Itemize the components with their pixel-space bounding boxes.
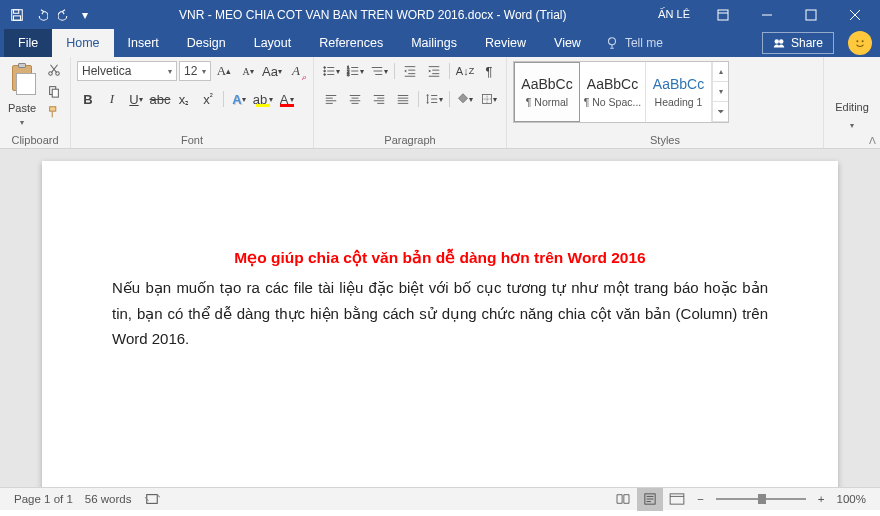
sort-button[interactable]: A↓Z <box>454 61 476 81</box>
group-label-styles: Styles <box>513 132 817 148</box>
group-label-font: Font <box>77 132 307 148</box>
undo-button[interactable] <box>32 4 50 26</box>
maximize-button[interactable] <box>790 0 832 29</box>
ribbon-display-button[interactable] <box>702 0 744 29</box>
group-label-clipboard: Clipboard <box>6 132 64 148</box>
group-clipboard: Paste ▾ Clipboard <box>0 57 71 148</box>
align-center-button[interactable] <box>344 89 366 109</box>
bullets-button[interactable]: ▾ <box>320 61 342 81</box>
subscript-button[interactable]: x₂ <box>173 89 195 109</box>
style-heading-1[interactable]: AaBbCc Heading 1 <box>646 62 712 122</box>
feedback-icon[interactable] <box>848 31 872 55</box>
page[interactable]: Mẹo giúp chia cột văn bản dễ dàng hơn tr… <box>42 161 838 487</box>
tab-file[interactable]: File <box>4 29 52 57</box>
tell-me[interactable]: Tell me <box>595 29 673 57</box>
style-normal[interactable]: AaBbCc ¶ Normal <box>514 62 580 122</box>
copy-button[interactable] <box>44 82 64 100</box>
svg-rect-2 <box>14 15 21 19</box>
status-bar: Page 1 of 1 56 words − + 100% <box>0 487 880 510</box>
svg-rect-1 <box>14 9 19 13</box>
doc-body[interactable]: Nếu bạn muốn tạo ra các file tài liệu đặ… <box>112 275 768 352</box>
multilevel-button[interactable]: ▾ <box>368 61 390 81</box>
justify-button[interactable] <box>392 89 414 109</box>
underline-button[interactable]: U▾ <box>125 89 147 109</box>
print-layout-button[interactable] <box>637 488 663 511</box>
zoom-in-button[interactable]: + <box>812 488 831 511</box>
group-paragraph: ▾ 123▾ ▾ A↓Z ¶ ▾ ▾ ▾ Par <box>314 57 507 148</box>
grow-font-button[interactable]: A▴ <box>213 61 235 81</box>
share-label: Share <box>791 36 823 50</box>
ribbon: Paste ▾ Clipboard Helvetica▾ 12▾ A▴ A▾ A… <box>0 57 880 149</box>
editing-button[interactable]: Editing ▾ <box>830 64 874 130</box>
svg-point-15 <box>324 67 326 69</box>
group-label-paragraph: Paragraph <box>320 132 500 148</box>
svg-point-16 <box>324 70 326 72</box>
styles-gallery: AaBbCc ¶ Normal AaBbCc ¶ No Spac... AaBb… <box>513 61 729 123</box>
redo-button[interactable] <box>56 4 74 26</box>
read-mode-button[interactable] <box>609 488 637 511</box>
paste-button[interactable]: Paste ▾ <box>6 61 38 127</box>
highlight-button[interactable]: ab▾ <box>252 89 274 109</box>
word-count[interactable]: 56 words <box>79 488 138 511</box>
proofing-button[interactable] <box>138 488 166 511</box>
web-layout-button[interactable] <box>663 488 691 511</box>
font-color-button[interactable]: A▾ <box>276 89 298 109</box>
clear-formatting-button[interactable]: Aᵨ <box>285 61 307 81</box>
align-right-button[interactable] <box>368 89 390 109</box>
group-font: Helvetica▾ 12▾ A▴ A▾ Aa▾ Aᵨ B I U▾ abc x… <box>71 57 314 148</box>
page-number[interactable]: Page 1 of 1 <box>8 488 79 511</box>
svg-point-6 <box>774 39 779 44</box>
tab-references[interactable]: References <box>305 29 397 57</box>
user-name[interactable]: ẤN LÊ <box>656 8 692 21</box>
svg-point-7 <box>779 39 784 44</box>
svg-rect-22 <box>146 495 157 504</box>
bold-button[interactable]: B <box>77 89 99 109</box>
zoom-slider[interactable] <box>716 498 806 500</box>
doc-heading[interactable]: Mẹo giúp chia cột văn bản dễ dàng hơn tr… <box>112 249 768 267</box>
increase-indent-button[interactable] <box>423 61 445 81</box>
svg-rect-3 <box>718 10 728 20</box>
line-spacing-button[interactable]: ▾ <box>423 89 445 109</box>
shading-button[interactable]: ▾ <box>454 89 476 109</box>
decrease-indent-button[interactable] <box>399 61 421 81</box>
font-name-combo[interactable]: Helvetica▾ <box>77 61 177 81</box>
qat-customize-button[interactable]: ▾ <box>80 4 90 26</box>
tab-design[interactable]: Design <box>173 29 240 57</box>
font-size-combo[interactable]: 12▾ <box>179 61 211 81</box>
document-area[interactable]: Mẹo giúp chia cột văn bản dễ dàng hơn tr… <box>0 149 880 487</box>
minimize-button[interactable] <box>746 0 788 29</box>
align-left-button[interactable] <box>320 89 342 109</box>
collapse-ribbon-button[interactable]: ᐱ <box>869 135 876 146</box>
tab-review[interactable]: Review <box>471 29 540 57</box>
tab-mailings[interactable]: Mailings <box>397 29 471 57</box>
svg-text:3: 3 <box>347 72 350 77</box>
cut-button[interactable] <box>44 61 64 79</box>
zoom-level[interactable]: 100% <box>831 488 872 511</box>
svg-rect-14 <box>50 107 56 111</box>
svg-rect-4 <box>806 10 816 20</box>
svg-point-9 <box>862 41 863 42</box>
superscript-button[interactable]: x² <box>197 89 219 109</box>
tab-layout[interactable]: Layout <box>240 29 306 57</box>
format-painter-button[interactable] <box>44 103 64 121</box>
zoom-out-button[interactable]: − <box>691 488 710 511</box>
tab-insert[interactable]: Insert <box>114 29 173 57</box>
close-button[interactable] <box>834 0 876 29</box>
styles-more[interactable]: ▴▾⏷ <box>712 62 728 122</box>
svg-rect-24 <box>670 494 684 504</box>
tab-view[interactable]: View <box>540 29 595 57</box>
save-button[interactable] <box>8 4 26 26</box>
strikethrough-button[interactable]: abc <box>149 89 171 109</box>
show-paragraph-button[interactable]: ¶ <box>478 61 500 81</box>
tab-home[interactable]: Home <box>52 29 113 57</box>
borders-button[interactable]: ▾ <box>478 89 500 109</box>
italic-button[interactable]: I <box>101 89 123 109</box>
shrink-font-button[interactable]: A▾ <box>237 61 259 81</box>
style-no-spacing[interactable]: AaBbCc ¶ No Spac... <box>580 62 646 122</box>
numbering-button[interactable]: 123▾ <box>344 61 366 81</box>
text-effects-button[interactable]: A▾ <box>228 89 250 109</box>
paste-icon <box>8 63 36 97</box>
change-case-button[interactable]: Aa▾ <box>261 61 283 81</box>
svg-point-17 <box>324 74 326 76</box>
share-button[interactable]: Share <box>762 32 834 54</box>
